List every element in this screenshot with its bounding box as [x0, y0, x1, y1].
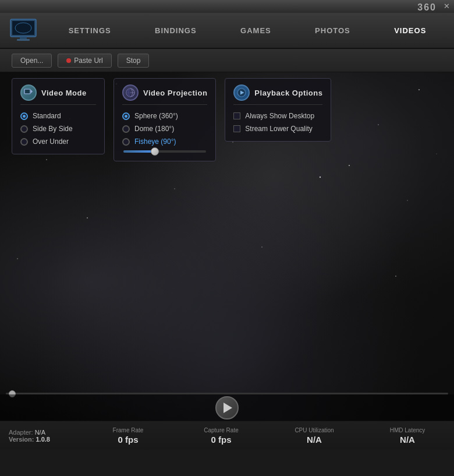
radio-dome[interactable] [122, 125, 130, 133]
video-mode-over-under[interactable]: Over Under [20, 137, 96, 146]
video-mode-options: Standard Side By Side Over Under [20, 112, 96, 146]
projection-fisheye[interactable]: Fisheye (90°) [122, 137, 207, 146]
svg-rect-4 [17, 39, 30, 41]
capture-rate-item: Capture Rate 0 fps [183, 427, 259, 445]
nav-photos[interactable]: PHOTOS [310, 24, 355, 37]
checkbox-always-show[interactable] [233, 112, 240, 119]
panels-area: Video Mode Standard Side By Side Over Un… [12, 78, 442, 161]
capture-rate-label: Capture Rate [204, 427, 238, 433]
frame-rate-item: Frame Rate 0 fps [90, 427, 166, 445]
video-mode-side-by-side[interactable]: Side By Side [20, 125, 96, 133]
nav-videos[interactable]: VIDEOS [389, 24, 431, 37]
always-show-label: Always Show Desktop [245, 112, 314, 120]
main-content: Video Mode Standard Side By Side Over Un… [0, 72, 454, 421]
nav-bindings[interactable]: BINDINGS [150, 24, 201, 37]
video-mode-title: Video Mode [41, 89, 87, 97]
projection-sphere[interactable]: Sphere (360°) [122, 112, 207, 120]
open-button[interactable]: Open... [12, 54, 52, 68]
cpu-utilization-item: CPU Utilization N/A [276, 427, 352, 445]
hmd-value: N/A [400, 435, 415, 445]
play-button[interactable] [215, 396, 239, 419]
app-logo [6, 16, 41, 45]
nav-bar: SETTINGS BINDINGS GAMES PHOTOS VIDEOS 36… [0, 13, 454, 49]
svg-rect-24 [25, 90, 30, 93]
standard-label: Standard [33, 112, 61, 120]
fisheye-slider-thumb[interactable] [151, 147, 159, 156]
over-under-label: Over Under [33, 137, 69, 146]
nav-links: SETTINGS BINDINGS GAMES PHOTOS VIDEOS [47, 24, 448, 37]
svg-rect-1 [12, 21, 34, 35]
version-label-row: Version: 1.0.8 [9, 436, 50, 443]
video-mode-header: Video Mode [20, 84, 96, 105]
adapter-label-row: Adapter: N/A [9, 429, 45, 436]
record-icon [66, 58, 71, 63]
side-by-side-label: Side By Side [33, 125, 73, 133]
toolbar: Open... Paste Url Stop [0, 49, 454, 72]
video-projection-icon [122, 84, 139, 101]
playback-header: Playback Options [233, 84, 322, 105]
sphere-label: Sphere (360°) [134, 112, 178, 120]
video-mode-icon [20, 84, 37, 101]
cpu-label: CPU Utilization [295, 427, 334, 433]
video-projection-panel: Video Projection Sphere (360°) Dome (180… [114, 78, 216, 161]
projection-dome[interactable]: Dome (180°) [122, 125, 207, 133]
radio-standard[interactable] [20, 112, 28, 120]
video-projection-options: Sphere (360°) Dome (180°) Fisheye (90°) [122, 112, 207, 146]
hmd-label: HMD Latency [390, 427, 425, 433]
svg-rect-3 [20, 37, 27, 39]
checkbox-stream-lower[interactable] [233, 125, 240, 132]
fisheye-slider-container [122, 150, 207, 153]
radio-side-by-side[interactable] [20, 125, 28, 133]
stop-button[interactable]: Stop [118, 54, 150, 68]
playback-icon [233, 84, 250, 101]
radio-fisheye[interactable] [122, 138, 130, 146]
stream-lower-label: Stream Lower Quality [245, 125, 312, 133]
title-bar: ✕ [0, 0, 454, 13]
paste-url-button[interactable]: Paste Url [58, 54, 111, 68]
svg-marker-25 [31, 90, 33, 93]
frame-rate-label: Frame Rate [113, 427, 144, 433]
status-metrics: Frame Rate 0 fps Capture Rate 0 fps CPU … [90, 427, 445, 445]
playback-title: Playback Options [254, 89, 322, 97]
play-icon [224, 403, 232, 413]
nav-games[interactable]: GAMES [236, 24, 276, 37]
nav-settings[interactable]: SETTINGS [64, 24, 116, 37]
always-show-desktop-option[interactable]: Always Show Desktop [233, 112, 322, 120]
close-button[interactable]: ✕ [444, 3, 451, 10]
adapter-info: Adapter: N/A Version: 1.0.8 [9, 429, 79, 443]
capture-rate-value: 0 fps [211, 435, 231, 445]
stream-lower-quality-option[interactable]: Stream Lower Quality [233, 125, 322, 133]
fisheye-slider-track [123, 150, 206, 153]
playback-controls [0, 394, 454, 421]
hmd-latency-item: HMD Latency N/A [370, 427, 445, 445]
frame-rate-value: 0 fps [118, 435, 138, 445]
playback-options-panel: Playback Options Always Show Desktop Str… [225, 78, 331, 142]
playback-options: Always Show Desktop Stream Lower Quality [233, 112, 322, 133]
radio-over-under[interactable] [20, 138, 28, 146]
video-mode-standard[interactable]: Standard [20, 112, 96, 120]
dome-label: Dome (180°) [134, 125, 174, 133]
status-bar: Adapter: N/A Version: 1.0.8 Frame Rate 0… [0, 421, 454, 450]
radio-sphere[interactable] [122, 112, 130, 120]
video-projection-title: Video Projection [143, 89, 207, 97]
cpu-value: N/A [307, 435, 322, 445]
fisheye-slider-fill [123, 150, 152, 153]
brand-label: 360 [417, 2, 437, 13]
video-projection-header: Video Projection [122, 84, 207, 105]
fisheye-label: Fisheye (90°) [134, 137, 176, 146]
video-mode-panel: Video Mode Standard Side By Side Over Un… [12, 78, 105, 154]
